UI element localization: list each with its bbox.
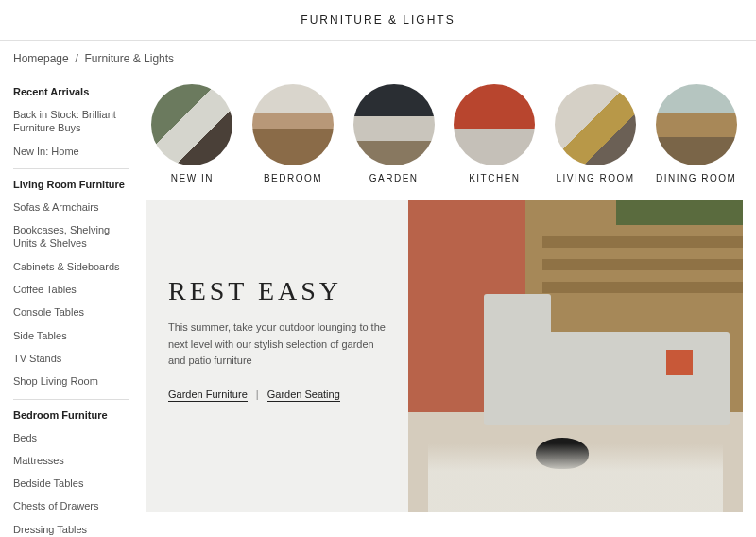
sidebar-item[interactable]: Beds — [13, 426, 129, 449]
sidebar-list: Back in Stock: Brilliant Furniture Buys … — [13, 103, 129, 163]
hero-image — [408, 200, 743, 512]
category-image-icon — [656, 84, 737, 165]
category-image-icon — [555, 84, 636, 165]
sidebar-item[interactable]: Console Tables — [13, 301, 129, 323]
category-dining-room[interactable]: DINING ROOM — [649, 84, 743, 183]
category-label: LIVING ROOM — [549, 173, 643, 183]
sidebar-item[interactable]: Back in Stock: Brilliant Furniture Buys — [13, 103, 129, 140]
sidebar-heading: Recent Arrivals — [13, 86, 129, 97]
category-bedroom[interactable]: BEDROOM — [247, 84, 340, 183]
sidebar-heading: Living Room Furniture — [13, 179, 129, 190]
category-label: KITCHEN — [448, 173, 541, 183]
sidebar-item[interactable]: Mattresses — [13, 449, 129, 472]
sidebar-item[interactable]: Dressing Tables — [13, 518, 129, 537]
main: NEW IN BEDROOM GARDEN KITCHEN LIVING ROO… — [132, 77, 756, 537]
breadcrumb-current: Furniture & Lights — [84, 52, 174, 65]
sidebar-item[interactable]: Cabinets & Sideboards — [13, 255, 129, 278]
sidebar-item[interactable]: Side Tables — [13, 324, 129, 347]
sidebar: Recent Arrivals Back in Stock: Brilliant… — [0, 77, 132, 537]
category-label: GARDEN — [347, 173, 440, 183]
hero-title: REST EASY — [168, 276, 386, 306]
hero-text: REST EASY This summer, take your outdoor… — [146, 200, 408, 512]
sidebar-section-living: Living Room Furniture Sofas & Armchairs … — [13, 168, 129, 399]
sidebar-item[interactable]: Shop Living Room — [13, 370, 129, 392]
category-circles: NEW IN BEDROOM GARDEN KITCHEN LIVING ROO… — [146, 84, 743, 183]
category-kitchen[interactable]: KITCHEN — [448, 84, 541, 183]
category-image-icon — [454, 84, 535, 165]
category-image-icon — [252, 84, 334, 165]
hero-image-pillow-icon — [666, 350, 693, 374]
sidebar-item[interactable]: Sofas & Armchairs — [13, 196, 129, 218]
breadcrumb: Homepage / Furniture & Lights — [0, 41, 756, 77]
sidebar-item[interactable]: Bedside Tables — [13, 472, 129, 494]
hero-description: This summer, take your outdoor lounging … — [168, 320, 386, 370]
sidebar-list: Beds Mattresses Bedside Tables Chests of… — [13, 426, 129, 537]
category-label: BEDROOM — [247, 173, 340, 183]
sidebar-heading: Bedroom Furniture — [13, 409, 129, 421]
hero-banner: REST EASY This summer, take your outdoor… — [146, 200, 743, 512]
hero-link-separator: | — [250, 389, 265, 400]
breadcrumb-separator: / — [72, 52, 84, 65]
category-garden[interactable]: GARDEN — [347, 84, 440, 183]
category-label: DINING ROOM — [649, 173, 743, 183]
category-new-in[interactable]: NEW IN — [146, 84, 239, 183]
page-title: FURNITURE & LIGHTS — [0, 0, 756, 41]
hero-links: Garden Furniture | Garden Seating — [168, 389, 386, 400]
hero-image-table-icon — [428, 443, 722, 512]
sidebar-section-recent: Recent Arrivals Back in Stock: Brilliant… — [13, 77, 129, 168]
sidebar-section-bedroom: Bedroom Furniture Beds Mattresses Bedsid… — [13, 399, 129, 537]
sidebar-item[interactable]: Bookcases, Shelving Units & Shelves — [13, 218, 129, 255]
category-image-icon — [353, 84, 435, 165]
sidebar-item[interactable]: Coffee Tables — [13, 278, 129, 301]
sidebar-item[interactable]: TV Stands — [13, 347, 129, 370]
hero-link-garden-furniture[interactable]: Garden Furniture — [168, 389, 248, 402]
category-living-room[interactable]: LIVING ROOM — [549, 84, 643, 183]
hero-link-garden-seating[interactable]: Garden Seating — [267, 389, 340, 402]
breadcrumb-home[interactable]: Homepage — [13, 52, 69, 65]
category-label: NEW IN — [146, 173, 239, 183]
sidebar-list: Sofas & Armchairs Bookcases, Shelving Un… — [13, 196, 129, 393]
hero-image-sofa-icon — [489, 332, 730, 425]
sidebar-item[interactable]: New In: Home — [13, 140, 129, 163]
sidebar-item[interactable]: Chests of Drawers — [13, 494, 129, 517]
category-image-icon — [151, 84, 232, 165]
